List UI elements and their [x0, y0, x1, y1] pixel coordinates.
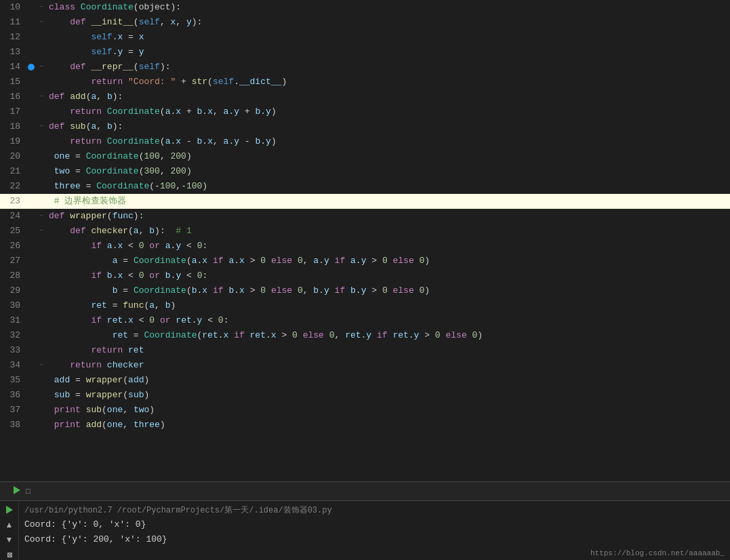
code-content-32: ret = Coordinate(ret.x if ret.x > 0 else… [46, 328, 730, 343]
code-container: 10−class Coordinate(object):11− def __in… [0, 0, 730, 481]
breakpoint-38[interactable] [26, 418, 37, 433]
breakpoint-17[interactable] [26, 104, 37, 119]
line-number-11: 11 [0, 15, 26, 30]
breakpoint-21[interactable] [26, 164, 37, 179]
breakpoint-16[interactable] [26, 89, 37, 104]
line-number-19: 19 [0, 134, 26, 149]
breakpoint-31[interactable] [26, 313, 37, 328]
code-line-23: 23 # 边界检查装饰器 [0, 194, 730, 209]
code-line-24: 24−def wrapper(func): [0, 209, 730, 224]
code-line-10: 10−class Coordinate(object): [0, 0, 730, 15]
run-command-line: /usr/bin/python2.7 /root/PycharmProjects… [24, 504, 725, 517]
breakpoint-12[interactable] [26, 30, 37, 45]
run-stop-btn[interactable]: ⊠ [3, 548, 16, 560]
breakpoint-10[interactable] [26, 0, 37, 15]
code-line-29: 29 b = Coordinate(b.x if b.x > 0 else 0,… [0, 283, 730, 298]
fold-icon-27 [37, 254, 46, 268]
code-content-13: self.y = y [46, 45, 730, 60]
breakpoint-19[interactable] [26, 134, 37, 149]
code-line-12: 12 self.x = x [0, 30, 730, 45]
code-line-30: 30 ret = func(a, b) [0, 298, 730, 313]
line-number-33: 33 [0, 343, 26, 358]
breakpoint-37[interactable] [26, 403, 37, 418]
code-content-17: return Coordinate(a.x + b.x, a.y + b.y) [46, 104, 730, 119]
breakpoint-26[interactable] [26, 239, 37, 254]
line-number-23: 23 [0, 194, 26, 209]
breakpoint-29[interactable] [26, 283, 37, 298]
line-number-36: 36 [0, 388, 26, 403]
breakpoint-36[interactable] [26, 388, 37, 403]
line-number-28: 28 [0, 268, 26, 283]
fold-icon-16[interactable]: − [37, 89, 46, 104]
line-number-17: 17 [0, 104, 26, 119]
code-line-11: 11− def __init__(self, x, y): [0, 15, 730, 30]
run-tab[interactable]: □ [5, 482, 41, 501]
run-up-btn[interactable]: ▲ [3, 519, 16, 531]
line-number-13: 13 [0, 45, 26, 60]
svg-marker-0 [14, 486, 20, 494]
breakpoint-33[interactable] [26, 343, 37, 358]
fold-icon-25[interactable]: − [37, 224, 46, 239]
fold-icon-13 [37, 45, 46, 60]
run-output-line-1: Coord: {'y': 0, 'x': 0} [24, 517, 725, 532]
code-content-28: if b.x < 0 or b.y < 0: [46, 268, 730, 283]
run-footer-link[interactable]: https://blog.csdn.net/aaaaaab_ [590, 549, 725, 557]
fold-icon-28 [37, 268, 46, 283]
breakpoint-14[interactable] [26, 60, 37, 75]
code-content-11: def __init__(self, x, y): [46, 15, 730, 30]
code-line-38: 38 print add(one, three) [0, 418, 730, 433]
fold-icon-34[interactable]: − [37, 358, 46, 373]
run-down-btn[interactable]: ▼ [3, 534, 16, 546]
fold-icon-18[interactable]: − [37, 119, 46, 134]
breakpoint-35[interactable] [26, 373, 37, 388]
breakpoint-20[interactable] [26, 149, 37, 164]
breakpoint-34[interactable] [26, 358, 37, 373]
line-number-18: 18 [0, 119, 26, 134]
code-content-26: if a.x < 0 or a.y < 0: [46, 239, 730, 254]
code-line-32: 32 ret = Coordinate(ret.x if ret.x > 0 e… [0, 328, 730, 343]
fold-icon-10[interactable]: − [37, 0, 46, 15]
code-content-29: b = Coordinate(b.x if b.x > 0 else 0, b.… [46, 283, 730, 298]
breakpoint-27[interactable] [26, 254, 37, 268]
code-content-19: return Coordinate(a.x - b.x, a.y - b.y) [46, 134, 730, 149]
svg-marker-1 [6, 506, 13, 514]
breakpoint-32[interactable] [26, 328, 37, 343]
code-content-23: # 边界检查装饰器 [46, 194, 730, 209]
fold-icon-11[interactable]: − [37, 15, 46, 30]
line-number-26: 26 [0, 239, 26, 254]
line-number-32: 32 [0, 328, 26, 343]
breakpoint-22[interactable] [26, 179, 37, 194]
code-content-33: return ret [46, 343, 730, 358]
fold-icon-22 [37, 179, 46, 194]
code-content-24: def wrapper(func): [46, 209, 730, 224]
fold-icon-26 [37, 239, 46, 254]
line-number-21: 21 [0, 164, 26, 179]
run-tab-bar: □ [0, 482, 730, 501]
code-line-36: 36 sub = wrapper(sub) [0, 388, 730, 403]
fold-icon-14[interactable]: − [37, 60, 46, 75]
fold-icon-24[interactable]: − [37, 209, 46, 224]
breakpoint-11[interactable] [26, 15, 37, 30]
code-line-17: 17 return Coordinate(a.x + b.x, a.y + b.… [0, 104, 730, 119]
code-line-21: 21 two = Coordinate(300, 200) [0, 164, 730, 179]
line-number-24: 24 [0, 209, 26, 224]
code-line-26: 26 if a.x < 0 or a.y < 0: [0, 239, 730, 254]
breakpoint-30[interactable] [26, 298, 37, 313]
line-number-27: 27 [0, 254, 26, 268]
breakpoint-25[interactable] [26, 224, 37, 239]
run-play-btn[interactable] [3, 504, 16, 516]
line-number-16: 16 [0, 89, 26, 104]
code-content-34: return checker [46, 358, 730, 373]
breakpoint-18[interactable] [26, 119, 37, 134]
line-number-37: 37 [0, 403, 26, 418]
fold-icon-36 [37, 388, 46, 403]
breakpoint-24[interactable] [26, 209, 37, 224]
breakpoint-13[interactable] [26, 45, 37, 60]
fold-icon-17 [37, 104, 46, 119]
breakpoint-23[interactable] [26, 194, 37, 209]
breakpoint-15[interactable] [26, 75, 37, 89]
breakpoint-28[interactable] [26, 268, 37, 283]
line-number-31: 31 [0, 313, 26, 328]
code-line-28: 28 if b.x < 0 or b.y < 0: [0, 268, 730, 283]
line-number-35: 35 [0, 373, 26, 388]
